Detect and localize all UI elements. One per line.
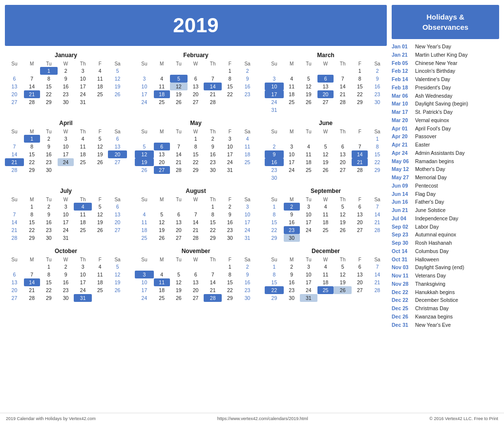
calendar-day: 5 (334, 263, 352, 271)
calendar-day: 30 (58, 98, 74, 106)
calendar-day: 5 (154, 211, 170, 218)
calendar-day: 13 (188, 278, 204, 286)
calendar-day (300, 174, 318, 182)
calendar-day: 15 (265, 218, 284, 226)
day-header: M (24, 196, 40, 203)
calendar-day: 16 (40, 150, 58, 158)
month-block: AprilSuMTuWThFSa123456789101112131415161… (5, 120, 127, 182)
day-header: Su (5, 61, 24, 67)
holiday-item: Nov 28Thanksgiving (392, 280, 499, 288)
holidays-header: Holidays &Observances (392, 5, 499, 39)
calendar-day: 15 (352, 83, 368, 90)
calendar-day: 17 (284, 158, 300, 166)
calendar-day: 25 (238, 158, 257, 166)
calendar-day: 10 (222, 143, 238, 150)
holiday-item: Nov 03Daylight Saving (end) (392, 264, 499, 272)
calendar-day: 19 (300, 90, 318, 98)
calendar-day: 22 (188, 158, 204, 166)
calendar-day: 5 (108, 263, 127, 271)
calendar-day: 20 (317, 90, 334, 98)
calendar-day: 18 (135, 226, 154, 234)
calendar-day: 2 (284, 203, 300, 211)
calendar-day (300, 106, 318, 114)
day-header: M (284, 196, 300, 203)
calendar-day: 18 (92, 83, 108, 90)
day-header: W (188, 196, 204, 203)
day-header: Su (265, 256, 284, 263)
calendar-day (74, 166, 92, 174)
calendar-day: 8 (352, 75, 368, 83)
calendar-day: 21 (352, 158, 368, 166)
calendar-day (108, 166, 127, 174)
calendar-day: 4 (135, 211, 154, 218)
calendar-day: 24 (300, 226, 318, 234)
calendar-day: 4 (300, 143, 318, 150)
calendar-day (5, 67, 24, 75)
calendar-day: 16 (58, 83, 74, 90)
day-header: Sa (108, 128, 127, 135)
year-header: 2019 (5, 5, 387, 46)
month-title: November (135, 248, 257, 254)
calendar-day: 19 (170, 90, 188, 98)
day-header: Th (74, 61, 92, 67)
day-header: Su (135, 256, 154, 263)
calendar-day: 9 (265, 150, 284, 158)
calendar-day: 27 (317, 98, 334, 106)
calendar-day: 3 (222, 135, 238, 143)
calendar-day: 23 (58, 90, 74, 98)
calendar-day: 10 (58, 143, 74, 150)
calendar-day: 20 (352, 218, 368, 226)
month-title: May (135, 120, 257, 127)
month-title: October (5, 248, 127, 254)
calendar-day: 12 (154, 218, 170, 226)
day-header: F (352, 128, 368, 135)
calendar-day: 7 (204, 271, 222, 278)
holiday-name: Kwanzaa begins (415, 313, 453, 321)
day-header: Sa (368, 196, 387, 203)
calendar-day: 28 (170, 166, 188, 174)
calendar-day: 21 (24, 90, 40, 98)
day-header: F (222, 61, 238, 67)
month-block: DecemberSuMTuWThFSa123456789101112131415… (265, 248, 387, 302)
calendar-day: 16 (368, 83, 387, 90)
day-header: Tu (40, 128, 58, 135)
calendar-day: 17 (300, 218, 318, 226)
calendar-day: 24 (74, 286, 92, 294)
calendar-day: 26 (170, 98, 188, 106)
calendar-day: 19 (317, 158, 334, 166)
calendar-day: 18 (74, 150, 92, 158)
month-title: December (265, 248, 387, 254)
calendar-day: 29 (204, 234, 222, 242)
calendar-table: SuMTuWThFSa12345678910111213141516171819… (265, 196, 387, 242)
calendar-day: 22 (265, 226, 284, 234)
calendar-day: 30 (40, 234, 58, 242)
calendar-day (74, 234, 92, 242)
calendar-day: 23 (238, 286, 257, 294)
calendar-day: 23 (58, 286, 74, 294)
day-header: W (317, 196, 334, 203)
calendar-day: 15 (40, 278, 58, 286)
calendar-day: 24 (135, 98, 154, 106)
holiday-name: Independence Day (415, 215, 458, 223)
holiday-date: Dec 26 (392, 313, 412, 321)
day-header: Sa (368, 128, 387, 135)
day-header: Sa (238, 128, 257, 135)
calendar-day: 12 (108, 271, 127, 278)
calendar-day: 6 (108, 203, 127, 211)
calendar-day: 7 (5, 211, 24, 218)
calendar-day: 5 (92, 203, 108, 211)
day-header: Sa (238, 196, 257, 203)
calendar-day: 13 (352, 271, 368, 278)
calendar-day: 16 (238, 278, 257, 286)
calendar-day: 8 (24, 211, 40, 218)
month-title: March (265, 52, 387, 59)
calendar-day (265, 67, 284, 75)
calendar-day (352, 106, 368, 114)
calendar-day: 19 (154, 226, 170, 234)
calendar-day: 28 (368, 286, 387, 294)
calendar-day: 11 (317, 211, 334, 218)
holiday-name: Rosh Hashanah (415, 239, 452, 247)
day-header: F (92, 256, 108, 263)
calendar-day (5, 135, 24, 143)
day-header: Th (334, 61, 352, 67)
